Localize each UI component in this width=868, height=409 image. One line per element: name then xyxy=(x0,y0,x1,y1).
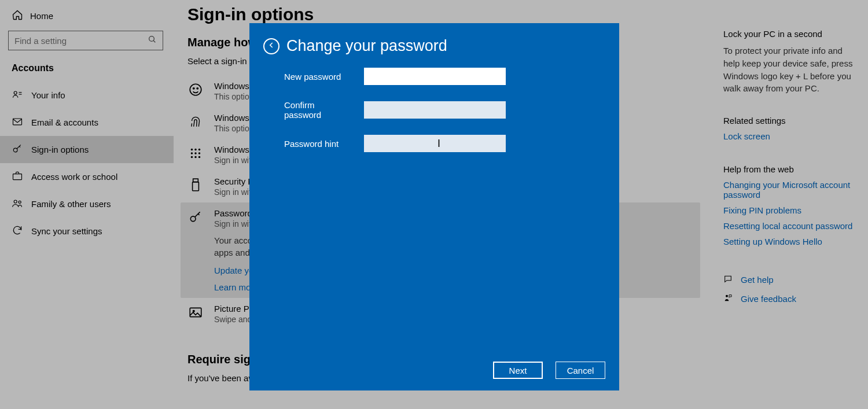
next-button[interactable]: Next xyxy=(493,362,543,379)
confirm-password-input[interactable] xyxy=(364,101,506,119)
dialog-title: Change your password xyxy=(286,37,447,55)
password-hint-input[interactable] xyxy=(364,135,506,152)
confirm-password-label: Confirm password xyxy=(284,100,354,120)
change-password-dialog: Change your password New password Confir… xyxy=(249,23,619,390)
arrow-left-icon xyxy=(267,41,275,51)
new-password-input[interactable] xyxy=(364,68,506,85)
password-hint-label: Password hint xyxy=(284,139,354,149)
cancel-button[interactable]: Cancel xyxy=(556,362,605,379)
back-button[interactable] xyxy=(263,38,279,54)
new-password-label: New password xyxy=(284,72,354,82)
